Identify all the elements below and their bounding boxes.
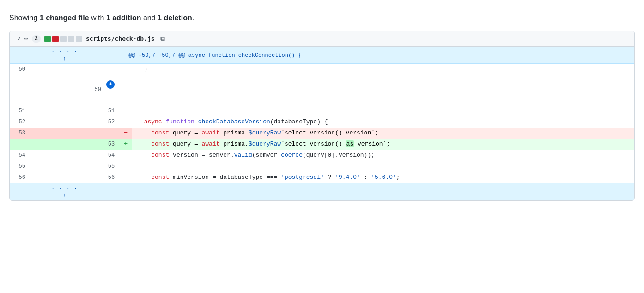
collapse-icon[interactable]: ∨ — [17, 35, 20, 42]
table-row: 55 55 — [10, 161, 634, 172]
copy-icon[interactable]: ⧉ — [160, 35, 165, 43]
plus-badge[interactable]: + — [106, 80, 115, 89]
table-row: 50 50 + } — [10, 64, 634, 106]
hunk-header-row: · · · · ↑ @@ -50,7 +50,7 @@ async functi… — [10, 47, 634, 64]
hunk-expand-top[interactable]: · · · · ↑ — [14, 49, 115, 61]
hunk-expand-bottom[interactable]: · · · · ↓ — [14, 185, 115, 198]
file-name: scripts/check-db.js — [86, 35, 155, 42]
table-row: 53 − const query = await prisma.$queryRa… — [10, 128, 634, 139]
stat-gray-1 — [60, 36, 67, 42]
stat-gray-3 — [76, 36, 82, 42]
hunk-label: @@ -50,7 +50,7 @@ async function checkCo… — [119, 47, 634, 64]
diff-stats — [44, 36, 82, 42]
stat-red-1 — [52, 36, 59, 42]
changed-count-badge: 2 — [32, 35, 41, 43]
stat-gray-2 — [68, 36, 74, 42]
hunk-footer-row: · · · · ↓ — [10, 183, 634, 200]
stat-green-1 — [44, 36, 51, 42]
diff-table: · · · · ↑ @@ -50,7 +50,7 @@ async functi… — [10, 47, 634, 200]
table-row: 53 + const query = await prisma.$queryRa… — [10, 139, 634, 150]
diff-container: ∨ ⇔ 2 scripts/check-db.js ⧉ · · · · ↑ — [9, 31, 635, 201]
table-row: 54 54 const version = semver.valid(semve… — [10, 150, 634, 161]
file-header: ∨ ⇔ 2 scripts/check-db.js ⧉ — [10, 31, 634, 47]
table-row: 52 52 async function checkDatabaseVersio… — [10, 116, 634, 128]
move-icon: ⇔ — [24, 35, 28, 43]
summary-text: Showing 1 changed file with 1 addition a… — [9, 9, 635, 31]
table-row: 51 51 — [10, 105, 634, 116]
table-row: 56 56 const minVersion = databaseType ==… — [10, 172, 634, 183]
